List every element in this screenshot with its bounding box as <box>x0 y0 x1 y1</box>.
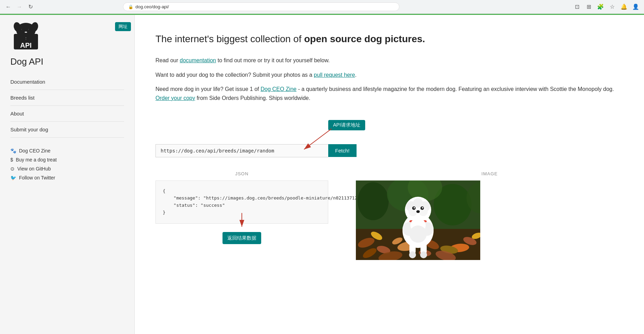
nav-documentation[interactable]: Documentation <box>10 74 124 90</box>
return-arrow <box>231 213 252 230</box>
dog-image <box>356 180 480 260</box>
paw-icon: 🐾 <box>10 148 16 154</box>
nav-about[interactable]: About <box>10 106 124 122</box>
link-github[interactable]: ⊙ View on GitHub <box>10 166 124 171</box>
nav-breeds-list[interactable]: Breeds list <box>10 90 124 106</box>
api-arrow <box>297 129 339 153</box>
svg-point-55 <box>409 251 416 258</box>
browser-right-icons: ⊡ ⊞ 🧩 ☆ 🔔 👤 <box>572 2 641 12</box>
back-button[interactable]: ← <box>3 2 13 12</box>
json-section: JSON { "message": "https://images.dog.ce… <box>155 171 328 260</box>
documentation-link[interactable]: documentation <box>180 57 216 63</box>
link-dog-ceo-zine[interactable]: 🐾 Dog CEO Zine <box>10 148 124 154</box>
image-section: IMAGE <box>356 171 623 260</box>
link-twitter[interactable]: 🐦 Follow on Twitter <box>10 175 124 180</box>
svg-point-45 <box>414 207 415 208</box>
description-para1: Read our documentation to find out more … <box>155 56 623 65</box>
json-content: { "message": "https://images.dog.ceo/bre… <box>163 188 321 216</box>
bookmark-icon[interactable]: ☆ <box>607 2 617 12</box>
dollar-icon: $ <box>10 157 13 163</box>
json-box: { "message": "https://images.dog.ceo/bre… <box>155 180 328 224</box>
lock-icon: 🔒 <box>128 4 133 9</box>
svg-point-47 <box>416 210 420 213</box>
logo-area: API Dog API <box>10 22 124 67</box>
svg-point-8 <box>24 31 28 33</box>
sidebar-extra-links: 🐾 Dog CEO Zine $ Buy me a dog treat ⊙ Vi… <box>10 148 124 180</box>
svg-point-40 <box>413 198 423 208</box>
return-badge: 返回结果数据 <box>222 232 261 244</box>
reload-button[interactable]: ↻ <box>26 2 35 12</box>
description-para3: Need more dog in your life? Get issue 1 … <box>155 85 623 102</box>
github-icon: ⊙ <box>10 166 15 171</box>
forward-button[interactable]: → <box>15 2 24 12</box>
notification-icon[interactable]: 🔔 <box>619 2 629 12</box>
sidebar-nav: Documentation Breeds list About Submit y… <box>10 74 124 138</box>
sidebar: API Dog API 网址 Documentation Breeds list… <box>0 15 135 334</box>
address-bar[interactable]: 🔒 dog.ceo/dog-api/ <box>123 2 399 11</box>
nav-submit-dog[interactable]: Submit your dog <box>10 122 124 138</box>
profile-icon[interactable]: 👤 <box>631 2 641 12</box>
description-para2: Want to add your dog to the collection? … <box>155 71 623 80</box>
link-buy-treat[interactable]: $ Buy me a dog treat <box>10 157 124 163</box>
order-copy-link[interactable]: Order your copy <box>155 95 195 101</box>
results-section: JSON { "message": "https://images.dog.ce… <box>155 171 623 260</box>
api-input-row: Fetch! <box>155 144 623 157</box>
page-wrapper: API Dog API 网址 Documentation Breeds list… <box>0 15 644 334</box>
twitter-icon: 🐦 <box>10 175 16 180</box>
site-title: Dog API <box>10 56 43 67</box>
url-text: dog.ceo/dog-api/ <box>135 4 169 9</box>
pull-request-link[interactable]: pull request here <box>314 72 355 78</box>
json-label: JSON <box>155 171 328 176</box>
svg-point-52 <box>409 225 427 243</box>
image-label: IMAGE <box>356 171 623 176</box>
url-badge: 网址 <box>115 22 131 31</box>
svg-text:API: API <box>20 41 31 49</box>
svg-point-46 <box>422 207 423 208</box>
extension-icon[interactable]: 🧩 <box>596 2 605 12</box>
layout: API Dog API 网址 Documentation Breeds list… <box>0 15 644 334</box>
svg-point-56 <box>420 251 427 258</box>
svg-point-7 <box>29 29 30 30</box>
svg-point-31 <box>358 182 389 220</box>
apps-icon[interactable]: ⊞ <box>584 2 594 12</box>
logo-svg: API <box>10 22 41 53</box>
dog-ceo-zine-link[interactable]: Dog CEO Zine <box>261 86 296 92</box>
main-content: The internet's biggest collection of ope… <box>135 15 644 334</box>
api-section: API请求地址 Fetch! <box>155 120 623 260</box>
nav-buttons: ← → ↻ <box>3 2 35 12</box>
browser-chrome: ← → ↻ 🔒 dog.ceo/dog-api/ ⊡ ⊞ 🧩 ☆ 🔔 👤 <box>0 0 644 14</box>
cast-icon[interactable]: ⊡ <box>572 2 582 12</box>
hero-title: The internet's biggest collection of ope… <box>155 32 623 46</box>
svg-line-13 <box>304 129 332 149</box>
svg-point-6 <box>22 29 23 30</box>
